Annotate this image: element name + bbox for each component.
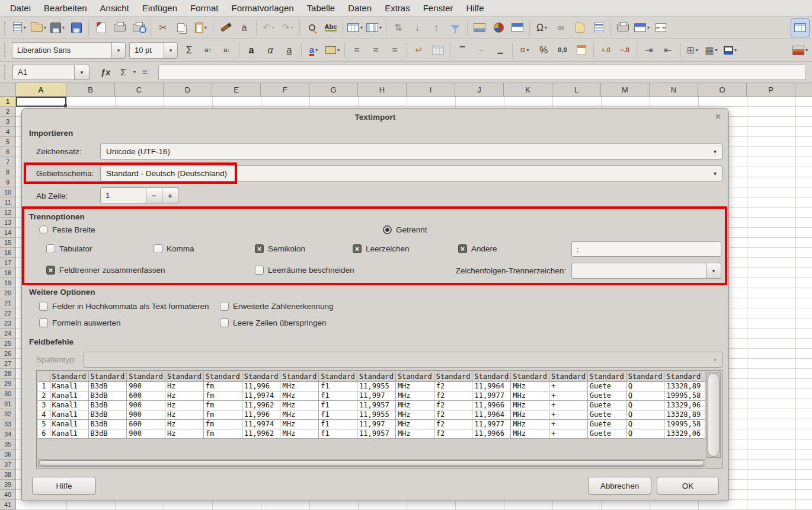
tab-checkbox[interactable]: Tabulator — [46, 244, 92, 253]
sum-icon[interactable]: Σ — [180, 42, 198, 59]
new-document-icon[interactable]: ▾ — [11, 19, 28, 37]
chevron-down-icon[interactable]: ▾ — [133, 69, 136, 75]
formula-input[interactable] — [158, 65, 806, 80]
checkbox-icon[interactable]: × — [255, 244, 264, 253]
chevron-down-icon[interactable]: ▾ — [291, 25, 293, 30]
row-header-34[interactable]: 34 — [0, 429, 16, 439]
ok-button[interactable]: OK — [657, 477, 719, 495]
space-checkbox[interactable]: × Leerzeichen — [353, 244, 410, 253]
row-header-29[interactable]: 29 — [0, 379, 16, 389]
split-window-icon[interactable] — [652, 19, 670, 37]
comma-checkbox[interactable]: Komma — [154, 244, 194, 253]
preview-column-header[interactable]: Standard — [395, 372, 434, 381]
checkbox-icon[interactable] — [46, 244, 55, 253]
center-vertically-icon[interactable]: ─ — [472, 42, 490, 59]
row-header-35[interactable]: 35 — [0, 439, 16, 450]
checkbox-icon[interactable]: × — [353, 244, 362, 253]
chevron-down-icon[interactable]: ▾ — [706, 263, 721, 279]
locale-combobox[interactable]: Standard - Deutsch (Deutschland) ▾ — [100, 165, 723, 181]
menu-item-format[interactable]: Format — [184, 0, 225, 16]
find-replace-icon[interactable] — [303, 19, 321, 37]
merge-delimiters-checkbox[interactable]: × Feldtrenner zusammenfassen — [46, 266, 165, 275]
checkbox-icon[interactable] — [220, 302, 229, 311]
preview-column-header[interactable]: Standard — [664, 372, 705, 381]
font-name-combobox[interactable]: Liberation Sans ▾ — [12, 42, 126, 59]
export-pdf-icon[interactable] — [92, 19, 110, 37]
italic-icon[interactable]: α — [261, 42, 279, 59]
preview-column-header[interactable]: Standard — [511, 372, 549, 381]
borders-icon[interactable]: ⊞▾ — [683, 42, 701, 59]
date-format-icon[interactable] — [573, 42, 590, 59]
skip-empty-cells-checkbox[interactable]: Leere Zellen überspringen — [220, 318, 327, 327]
insert-rows-icon[interactable]: ▾ — [346, 19, 364, 37]
open-icon[interactable]: ▾ — [30, 19, 47, 37]
column-header-f[interactable]: F — [261, 83, 309, 97]
chevron-down-icon[interactable]: ▾ — [204, 25, 207, 30]
chevron-down-icon[interactable]: ▾ — [62, 25, 65, 30]
preview-column-header[interactable]: Standard — [472, 372, 511, 381]
other-separator-input[interactable]: : — [571, 241, 721, 257]
row-header-19[interactable]: 19 — [0, 278, 16, 288]
preview-column-header[interactable]: Standard — [319, 372, 357, 381]
hyperlink-icon[interactable]: ∞ — [552, 19, 570, 37]
cancel-button[interactable]: Abbrechen — [588, 477, 651, 495]
preview-column-header[interactable]: Standard — [50, 372, 88, 381]
preview-column-header[interactable]: Standard — [165, 372, 204, 381]
row-header-30[interactable]: 30 — [0, 389, 16, 399]
chevron-down-icon[interactable]: ▾ — [111, 42, 126, 59]
row-header-13[interactable]: 13 — [0, 218, 16, 228]
row-header-20[interactable]: 20 — [0, 288, 16, 298]
trim-spaces-checkbox[interactable]: Leerräume beschneiden — [255, 266, 354, 275]
paste-icon[interactable]: ▾ — [192, 19, 210, 37]
column-header-p[interactable]: P — [747, 83, 795, 97]
row-header-2[interactable]: 2 — [0, 107, 16, 117]
conditional-formatting-icon[interactable]: ▾ — [791, 42, 809, 59]
font-size-value[interactable]: 10 pt — [129, 42, 164, 59]
column-header-d[interactable]: D — [164, 83, 212, 97]
chevron-down-icon[interactable]: ▾ — [526, 47, 529, 53]
row-header-40[interactable]: 40 — [0, 490, 16, 500]
row-header-39[interactable]: 39 — [0, 480, 16, 490]
column-header-o[interactable]: O — [698, 83, 747, 97]
preview-horizontal-scrollbar[interactable] — [38, 459, 705, 467]
column-header-h[interactable]: H — [358, 83, 407, 97]
underline-icon[interactable]: a — [280, 42, 298, 59]
chevron-down-icon[interactable]: ▾ — [74, 65, 89, 80]
decrease-font-size-icon[interactable]: a↓ — [218, 42, 236, 59]
chevron-down-icon[interactable]: ▾ — [337, 47, 340, 53]
preview-column-header[interactable]: Standard — [587, 372, 626, 381]
row-header-5[interactable]: 5 — [0, 137, 16, 147]
bold-icon[interactable]: a — [242, 42, 260, 59]
sort-ascending-icon[interactable]: ↑ — [427, 19, 445, 37]
selected-cell-a1[interactable] — [16, 97, 66, 107]
preview-column-header[interactable]: Standard — [242, 372, 280, 381]
row-header-24[interactable]: 24 — [0, 329, 16, 339]
row-header-18[interactable]: 18 — [0, 268, 16, 278]
row-header-37[interactable]: 37 — [0, 460, 16, 470]
row-header-25[interactable]: 25 — [0, 339, 16, 349]
pivot-table-icon[interactable] — [509, 19, 526, 37]
fixed-width-radio[interactable]: Feste Breite — [39, 225, 95, 234]
chevron-down-icon[interactable]: ▾ — [44, 25, 46, 30]
row-header-8[interactable]: 8 — [0, 167, 16, 177]
chevron-down-icon[interactable]: ▾ — [734, 47, 737, 53]
save-as-icon[interactable] — [68, 19, 85, 37]
row-header-23[interactable]: 23 — [0, 318, 16, 329]
number-format-icon[interactable]: 0,0 — [554, 42, 571, 59]
menu-item-tabelle[interactable]: Tabelle — [300, 0, 342, 16]
select-all-corner[interactable] — [0, 83, 16, 97]
chevron-down-icon[interactable]: ▾ — [647, 25, 650, 30]
checkbox-icon[interactable]: × — [46, 266, 55, 275]
row-header-6[interactable]: 6 — [0, 147, 16, 157]
toolbar-grip[interactable] — [4, 43, 8, 58]
row-header-16[interactable]: 16 — [0, 248, 16, 258]
chevron-down-icon[interactable]: ▾ — [545, 25, 547, 30]
row-header-17[interactable]: 17 — [0, 258, 16, 268]
other-checkbox[interactable]: × Andere — [458, 244, 497, 253]
row-header-36[interactable]: 36 — [0, 450, 16, 460]
font-color-icon[interactable]: a▾ — [305, 42, 322, 59]
scrollbar-thumb[interactable] — [39, 460, 704, 466]
checkbox-icon[interactable] — [255, 266, 264, 275]
chevron-down-icon[interactable]: ▾ — [696, 47, 698, 53]
currency-format-icon[interactable]: ¤▾ — [516, 42, 533, 59]
